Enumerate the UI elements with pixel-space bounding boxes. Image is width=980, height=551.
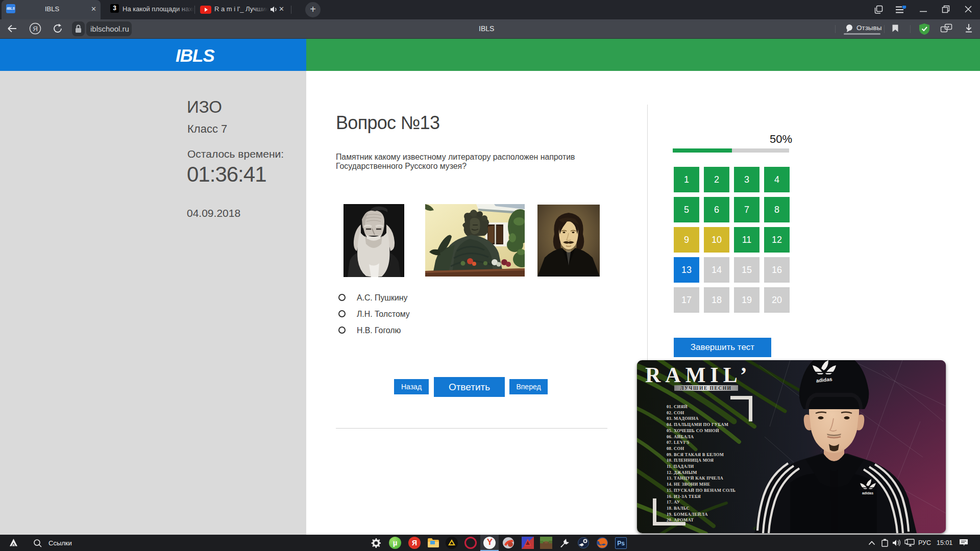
svg-text:04. ПАЛЬЦАМИ ПО ГУБАМ: 04. ПАЛЬЦАМИ ПО ГУБАМ <box>667 422 728 427</box>
svg-text:Я: Я <box>33 25 38 33</box>
svg-text:05. ХОЧЕШЬ СО МНОЙ: 05. ХОЧЕШЬ СО МНОЙ <box>667 428 719 433</box>
svg-text:07. LEVI’S: 07. LEVI’S <box>667 440 690 445</box>
svg-text:10. ПЛЕННИЦА МОЯ: 10. ПЛЕННИЦА МОЯ <box>667 458 714 463</box>
svg-text:06. АЙБАЛА: 06. АЙБАЛА <box>667 434 694 439</box>
svg-text:19. БОМБАЛЕЙЛА: 19. БОМБАЛЕЙЛА <box>667 512 708 517</box>
svg-text:03. МАДОННА: 03. МАДОННА <box>667 416 699 421</box>
svg-text:18. ВАЛЬС: 18. ВАЛЬС <box>667 506 690 511</box>
svg-text:12. ДЖАНЫМ: 12. ДЖАНЫМ <box>667 470 697 475</box>
svg-text:20. АРОМАТ: 20. АРОМАТ <box>667 517 694 522</box>
svg-text:11. ПАДАЛИ: 11. ПАДАЛИ <box>667 464 694 469</box>
svg-text:17. АУ: 17. АУ <box>667 499 680 505</box>
svg-text:15. ПУСКАЙ ПО ВЕНАМ СОЛЬ: 15. ПУСКАЙ ПО ВЕНАМ СОЛЬ <box>667 488 736 493</box>
svg-text:08. СОН: 08. СОН <box>667 446 684 451</box>
svg-text:14. НЕ ЗВОНИ МНЕ: 14. НЕ ЗВОНИ МНЕ <box>667 482 710 487</box>
svg-text:13. ТАНЦУЙ КАК ПЧЕЛА: 13. ТАНЦУЙ КАК ПЧЕЛА <box>667 475 723 481</box>
svg-text:09. ВСЯ ТАКАЯ В БЕЛОМ: 09. ВСЯ ТАКАЯ В БЕЛОМ <box>667 452 724 457</box>
svg-text:01. СИЯЙ: 01. СИЯЙ <box>667 404 688 409</box>
svg-text:RAMIL’: RAMIL’ <box>645 363 752 387</box>
svg-text:16. ИЗ-ЗА ТЕБЯ: 16. ИЗ-ЗА ТЕБЯ <box>667 494 701 499</box>
svg-text:02. СОН: 02. СОН <box>667 410 684 415</box>
svg-text:ЛУЧШИЕ ПЕСНИ: ЛУЧШИЕ ПЕСНИ <box>680 386 732 391</box>
svg-text:adidas: adidas <box>862 491 873 495</box>
